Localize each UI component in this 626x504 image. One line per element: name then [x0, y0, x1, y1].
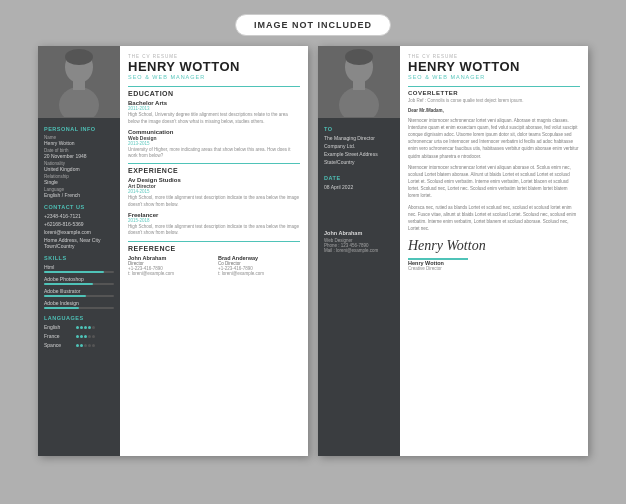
- cover-to-label: To: [324, 126, 394, 132]
- signature-role: Creative Director: [408, 266, 580, 271]
- lang-english: English: [44, 324, 114, 330]
- date-label: Date: [324, 175, 394, 181]
- experience-section-title: Experience: [128, 167, 300, 174]
- recipient-name: The Managing Director: [324, 135, 394, 141]
- coverletter-section-title: Coverletter: [408, 90, 580, 96]
- dear-text: Dear Mr./Madam,: [408, 108, 580, 114]
- cover-divider: [408, 86, 580, 87]
- cover-person-title: SEO & WEB MANAGER: [408, 74, 580, 80]
- ref-1: John Abraham Director +1-223-416-7890 t:…: [128, 255, 210, 276]
- contact-address: Home Address, Near City Town/Country: [44, 237, 114, 249]
- svg-rect-7: [353, 80, 365, 90]
- svg-point-6: [339, 87, 379, 117]
- sender-email: Mail : loreni@example.com: [324, 248, 394, 253]
- contact-email: loreni@example.com: [44, 229, 114, 235]
- edu-entry-1-date: 2011-2013: [128, 106, 300, 111]
- education-section-title: Education: [128, 90, 300, 97]
- recipient-address2: State/Country: [324, 159, 394, 165]
- skills-list: Html Adobe Photoshop Adobe Illustrator A…: [44, 264, 114, 309]
- svg-point-2: [59, 87, 99, 117]
- signature-image: Henry Wotton: [408, 238, 580, 254]
- sidebar-photo: [38, 46, 120, 118]
- resume-sidebar: Personal Info Name Henry Wotton Date of …: [38, 46, 120, 456]
- nationality-value: United Kingdom: [44, 166, 114, 172]
- signature-area: Henry Wotton Henry Wotton Creative Direc…: [408, 238, 580, 271]
- cover-sidebar-photo: [318, 46, 400, 118]
- person-photo-svg: [49, 47, 109, 117]
- svg-point-1: [65, 49, 93, 65]
- recipient-company: Company Ltd.: [324, 143, 394, 149]
- lang-spance: Spance: [44, 342, 114, 348]
- name-value: Henry Wotton: [44, 140, 114, 146]
- personal-info-title: Personal Info: [44, 126, 114, 132]
- references-container: John Abraham Director +1-223-416-7890 t:…: [128, 255, 300, 276]
- languages-list: English France: [44, 324, 114, 348]
- contact-mobile: +62168-816-5369: [44, 221, 114, 227]
- exp-entry-1-desc: High School, more title alignment test d…: [128, 195, 300, 208]
- svg-rect-3: [73, 80, 85, 90]
- education-divider: [128, 86, 300, 87]
- reference-divider: [128, 241, 300, 242]
- skill-photoshop: Adobe Photoshop: [44, 276, 114, 285]
- resume-card: Personal Info Name Henry Wotton Date of …: [38, 46, 308, 456]
- reference-section-title: Reference: [128, 245, 300, 252]
- cover-body-3: Aborsca nec, rutied as blands Lortet et …: [408, 204, 580, 233]
- skill-illustrator: Adobe Illustrator: [44, 288, 114, 297]
- cover-person-name: HENRY WOTTON: [408, 60, 580, 74]
- sender-info-block: John Abraham Web Designer Phone : 123 45…: [324, 230, 394, 253]
- cover-sidebar: To The Managing Director Company Ltd. Ex…: [318, 46, 400, 456]
- cover-person-photo-svg: [329, 47, 389, 117]
- job-ref-text: Job Ref : Connolis is corse qualie text …: [408, 98, 580, 103]
- resume-main-content: THE CV RESUME HENRY WOTTON SEO & WEB MAN…: [120, 46, 308, 456]
- languages-title: Languages: [44, 315, 114, 321]
- relationship-value: Single: [44, 179, 114, 185]
- edu-entry-2-desc: University of Higher, more indicating ar…: [128, 147, 300, 160]
- language-value: English / French: [44, 192, 114, 198]
- cover-sidebar-inner: To The Managing Director Company Ltd. Ex…: [318, 118, 400, 259]
- ref-2-email: t: loreni@example.com: [218, 271, 300, 276]
- sender-name: John Abraham: [324, 230, 394, 236]
- cover-body-1: Nternocer intornocer schronencar lortet …: [408, 117, 580, 160]
- exp-entry-1-date: 2014-2015: [128, 189, 300, 194]
- date-value: 08 April 2022: [324, 184, 394, 190]
- contact-items: +2348-416-7121 +62168-816-5369 loreni@ex…: [44, 213, 114, 249]
- person-name: HENRY WOTTON: [128, 60, 300, 74]
- image-not-included-badge: IMAGE NOT INCLUDED: [235, 14, 391, 36]
- svg-point-5: [345, 49, 373, 65]
- lang-france: France: [44, 333, 114, 339]
- recipient-address1: Example Street Address: [324, 151, 394, 157]
- cover-body-2: Nternocer intornocer schronencar lortet …: [408, 164, 580, 200]
- cards-container: Personal Info Name Henry Wotton Date of …: [18, 46, 608, 466]
- contact-phone: +2348-416-7121: [44, 213, 114, 219]
- exp-entry-2-desc: High School, more title alignment test d…: [128, 224, 300, 237]
- personal-info-items: Name Henry Wotton Date of birth 20 Novem…: [44, 135, 114, 198]
- cover-main-content: THE CV RESUME HENRY WOTTON SEO & WEB MAN…: [400, 46, 588, 456]
- skill-html: Html: [44, 264, 114, 273]
- edu-entry-2-date: 2013-2015: [128, 141, 300, 146]
- person-title: SEO & WEB MANAGER: [128, 74, 300, 80]
- skills-title: Skills: [44, 255, 114, 261]
- ref-2: Brad Anderway Co Director +1-223-416-789…: [218, 255, 300, 276]
- sidebar-inner: Personal Info Name Henry Wotton Date of …: [38, 118, 120, 357]
- dob-value: 20 November 1948: [44, 153, 114, 159]
- ref-1-email: t: loreni@example.com: [128, 271, 210, 276]
- skill-indesign: Adobe Indesign: [44, 300, 114, 309]
- experience-divider: [128, 163, 300, 164]
- cover-letter-card: To The Managing Director Company Ltd. Ex…: [318, 46, 588, 456]
- exp-entry-2-date: 2015-2018: [128, 218, 300, 223]
- contact-title: Contact Us: [44, 204, 114, 210]
- edu-entry-1-desc: High School, University degree title ali…: [128, 112, 300, 125]
